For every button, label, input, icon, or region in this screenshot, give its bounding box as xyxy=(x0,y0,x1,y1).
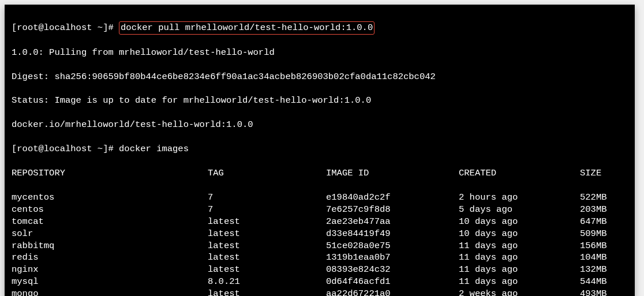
cell-image: 51ce028a0e75 xyxy=(326,240,459,252)
cell-created: 2 weeks ago xyxy=(459,288,580,296)
cell-size: 104MB xyxy=(580,252,607,264)
table-row: rabbitmqlatest51ce028a0e7511 days ago156… xyxy=(12,240,628,252)
table-row: redislatest1319b1eaa0b711 days ago104MB xyxy=(12,252,628,264)
highlighted-command: docker pull mrhelloworld/test-hello-worl… xyxy=(119,21,375,35)
cell-image: 08393e824c32 xyxy=(326,264,459,276)
cell-image: 0d64f46acfd1 xyxy=(326,276,459,288)
output-line: Digest: sha256:90659bf80b44ce6be8234e6ff… xyxy=(12,71,628,83)
cell-tag: latest xyxy=(208,288,326,296)
cell-size: 156MB xyxy=(580,240,607,252)
cell-tag: latest xyxy=(208,264,326,276)
table-row: nginxlatest08393e824c3211 days ago132MB xyxy=(12,264,628,276)
cell-created: 10 days ago xyxy=(459,216,580,228)
header-tag: TAG xyxy=(208,167,326,179)
cell-created: 11 days ago xyxy=(459,276,580,288)
cell-size: 509MB xyxy=(580,228,607,240)
header-created: CREATED xyxy=(459,167,580,179)
cell-size: 203MB xyxy=(580,204,607,216)
cell-created: 11 days ago xyxy=(459,252,580,264)
cell-size: 647MB xyxy=(580,216,607,228)
cell-repo: mongo xyxy=(12,288,208,296)
cell-created: 11 days ago xyxy=(459,264,580,276)
table-row: centos77e6257c9f8d85 days ago203MB xyxy=(12,204,628,216)
cell-tag: latest xyxy=(208,240,326,252)
header-image-id: IMAGE ID xyxy=(326,167,459,179)
cell-image: e19840ad2c2f xyxy=(326,192,459,204)
command-line-2: [root@localhost ~]# docker images xyxy=(12,143,628,155)
header-repository: REPOSITORY xyxy=(12,167,208,179)
cell-repo: tomcat xyxy=(12,216,208,228)
cell-tag: 7 xyxy=(208,192,326,204)
table-row: tomcatlatest2ae23eb477aa10 days ago647MB xyxy=(12,216,628,228)
cell-created: 5 days ago xyxy=(459,204,580,216)
output-line: Status: Image is up to date for mrhellow… xyxy=(12,95,628,107)
cell-repo: redis xyxy=(12,252,208,264)
cell-image: aa22d67221a0 xyxy=(326,288,459,296)
output-line: docker.io/mrhelloworld/test-hello-world:… xyxy=(12,119,628,131)
cell-image: 2ae23eb477aa xyxy=(326,216,459,228)
shell-prompt: [root@localhost ~]# xyxy=(12,144,119,154)
cell-size: 522MB xyxy=(580,192,607,204)
cell-repo: centos xyxy=(12,204,208,216)
terminal-window[interactable]: [root@localhost ~]# docker pull mrhellow… xyxy=(5,5,635,296)
cell-size: 493MB xyxy=(580,288,607,296)
command-line-1: [root@localhost ~]# docker pull mrhellow… xyxy=(12,21,628,35)
cell-image: 7e6257c9f8d8 xyxy=(326,204,459,216)
cell-created: 10 days ago xyxy=(459,228,580,240)
cell-created: 11 days ago xyxy=(459,240,580,252)
table-row: mongolatestaa22d67221a02 weeks ago493MB xyxy=(12,288,628,296)
cell-image: 1319b1eaa0b7 xyxy=(326,252,459,264)
table-row: solrlatestd33e84419f4910 days ago509MB xyxy=(12,228,628,240)
shell-prompt: [root@localhost ~]# xyxy=(12,23,119,33)
table-row: mysql8.0.210d64f46acfd111 days ago544MB xyxy=(12,276,628,288)
cell-image: d33e84419f49 xyxy=(326,228,459,240)
cell-size: 132MB xyxy=(580,264,607,276)
cell-size: 544MB xyxy=(580,276,607,288)
cell-created: 2 hours ago xyxy=(459,192,580,204)
cell-repo: mysql xyxy=(12,276,208,288)
header-size: SIZE xyxy=(580,167,601,179)
cell-repo: solr xyxy=(12,228,208,240)
cell-repo: nginx xyxy=(12,264,208,276)
table-row: mycentos7e19840ad2c2f2 hours ago522MB xyxy=(12,192,628,204)
table-header: REPOSITORYTAGIMAGE IDCREATEDSIZE xyxy=(12,167,628,179)
cell-tag: 7 xyxy=(208,204,326,216)
cell-tag: latest xyxy=(208,252,326,264)
command-text: docker images xyxy=(119,144,189,154)
cell-tag: 8.0.21 xyxy=(208,276,326,288)
cell-tag: latest xyxy=(208,216,326,228)
cell-repo: mycentos xyxy=(12,192,208,204)
cell-repo: rabbitmq xyxy=(12,240,208,252)
output-line: 1.0.0: Pulling from mrhelloworld/test-he… xyxy=(12,47,628,59)
cell-tag: latest xyxy=(208,228,326,240)
